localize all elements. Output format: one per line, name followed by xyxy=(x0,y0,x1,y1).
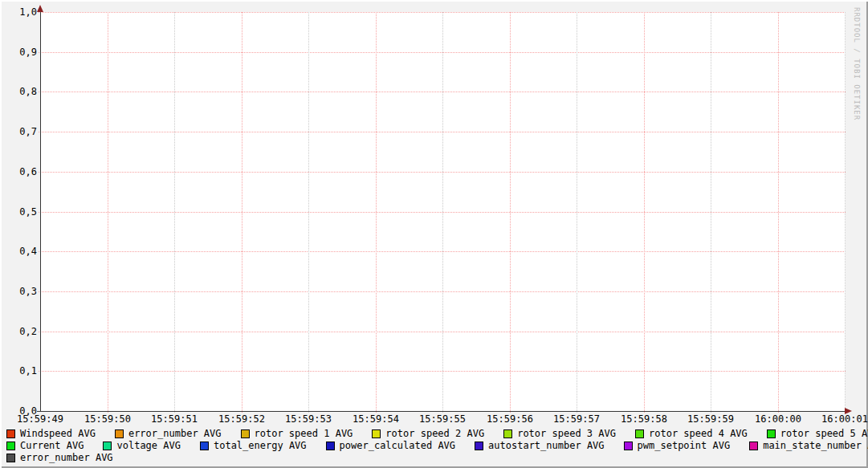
x-gridline-major xyxy=(108,12,108,413)
x-gridline-minor xyxy=(442,12,443,413)
legend-swatch-icon xyxy=(241,429,250,438)
legend-swatch-icon xyxy=(503,429,512,438)
legend-label: autostart_number AVG xyxy=(488,441,605,450)
y-tick-label: 0,9 xyxy=(0,47,37,57)
legend-label: rotor speed 1 AVG xyxy=(255,429,353,438)
x-gridline-minor xyxy=(308,12,309,413)
legend-item: Windspeed AVG xyxy=(6,429,96,438)
legend-label: power_calculated AVG xyxy=(340,441,456,450)
y-tick-label: 0,8 xyxy=(0,87,37,96)
legend-label: Windspeed AVG xyxy=(20,429,96,438)
x-gridline-minor xyxy=(174,12,175,413)
y-axis-arrow-icon xyxy=(37,5,43,12)
x-gridline-minor xyxy=(577,12,577,413)
legend-swatch-icon xyxy=(635,429,644,438)
legend-label: error_number AVG xyxy=(20,453,113,462)
legend-swatch-icon xyxy=(6,454,15,462)
legend-item: Current AVG xyxy=(6,441,84,450)
y-tick-label: 0,4 xyxy=(0,246,37,256)
legend-item: rotor speed 4 AVG xyxy=(635,429,748,438)
legend-swatch-icon xyxy=(624,442,633,450)
x-gridline-minor xyxy=(711,12,711,413)
legend-label: main_state_number AVG xyxy=(763,441,868,450)
legend-swatch-icon xyxy=(103,442,112,450)
legend-item: pwm_setpoint AVG xyxy=(624,441,731,450)
x-tick-label: 15:59:49 xyxy=(17,414,63,425)
legend-swatch-icon xyxy=(200,442,209,450)
x-tick-label: 15:59:58 xyxy=(621,414,667,425)
y-axis-line xyxy=(40,7,41,412)
legend-swatch-icon xyxy=(326,442,335,450)
legend-item: rotor speed 2 AVG xyxy=(372,429,484,438)
legend-item: rotor speed 3 AVG xyxy=(503,429,616,438)
legend-row: Windspeed AVGerror_number AVGrotor speed… xyxy=(6,429,868,438)
legend-row: error_number AVG xyxy=(6,453,113,462)
legend-label: rotor speed 5 AVG xyxy=(780,429,868,438)
x-gridline-minor xyxy=(845,12,846,413)
legend-swatch-icon xyxy=(767,429,776,438)
legend-item: main_state_number AVG xyxy=(749,441,868,450)
legend-swatch-icon xyxy=(6,442,15,450)
legend-swatch-icon xyxy=(372,429,381,438)
y-tick-label: 0,6 xyxy=(0,167,37,177)
legend-label: pwm_setpoint AVG xyxy=(638,441,731,450)
x-tick-label: 15:59:59 xyxy=(687,414,734,425)
x-tick-label: 15:59:56 xyxy=(487,414,533,425)
legend-swatch-icon xyxy=(6,429,15,438)
x-tick-label: 15:59:54 xyxy=(352,414,399,425)
x-tick-label: 15:59:53 xyxy=(285,414,332,425)
y-tick-label: 0,7 xyxy=(0,127,37,136)
x-tick-label: 16:00:01 xyxy=(821,414,868,425)
legend-swatch-icon xyxy=(749,442,758,450)
x-tick-label: 16:00:00 xyxy=(755,414,801,425)
x-gridline-major xyxy=(778,12,779,413)
x-gridline-major xyxy=(510,12,511,413)
y-tick-label: 0,3 xyxy=(0,287,37,296)
legend-item: autostart_number AVG xyxy=(475,441,605,450)
legend-row: Current AVGvoltage AVGtotal_energy AVGpo… xyxy=(6,441,868,450)
x-tick-label: 15:59:51 xyxy=(151,414,198,425)
y-tick-label: 1,0 xyxy=(0,7,37,17)
legend-label: voltage AVG xyxy=(116,441,180,450)
legend-label: Current AVG xyxy=(20,441,84,450)
legend-label: rotor speed 3 AVG xyxy=(517,429,616,438)
x-gridline-major xyxy=(644,12,645,413)
y-tick-label: 0,5 xyxy=(0,207,37,217)
legend-item: error_number AVG xyxy=(115,429,222,438)
x-tick-label: 15:59:50 xyxy=(84,414,131,425)
legend-item: voltage AVG xyxy=(103,441,180,450)
legend-item: total_energy AVG xyxy=(200,441,307,450)
legend-item: power_calculated AVG xyxy=(326,441,456,450)
legend-item: rotor speed 5 AVG xyxy=(767,429,868,438)
rrdtool-graph: 1,00,90,80,70,60,50,40,30,20,10,0 15:59:… xyxy=(0,0,868,468)
watermark: RRDTOOL / TOBI OETIKER xyxy=(853,7,861,128)
legend-label: error_number AVG xyxy=(128,429,222,438)
x-tick-label: 15:59:55 xyxy=(419,414,466,425)
legend-item: rotor speed 1 AVG xyxy=(241,429,353,438)
legend-label: total_energy AVG xyxy=(214,441,307,450)
x-tick-label: 15:59:57 xyxy=(553,414,600,425)
legend-label: rotor speed 2 AVG xyxy=(385,429,484,438)
legend-label: rotor speed 4 AVG xyxy=(649,429,748,438)
x-gridline-major xyxy=(376,12,377,413)
legend-swatch-icon xyxy=(475,442,483,450)
x-gridline-major xyxy=(242,12,242,413)
y-tick-label: 0,1 xyxy=(0,366,37,376)
legend-item: error_number AVG xyxy=(6,453,113,462)
y-tick-label: 0,2 xyxy=(0,327,37,336)
x-tick-label: 15:59:52 xyxy=(218,414,265,425)
legend-swatch-icon xyxy=(115,429,124,438)
x-axis-line xyxy=(37,411,846,412)
